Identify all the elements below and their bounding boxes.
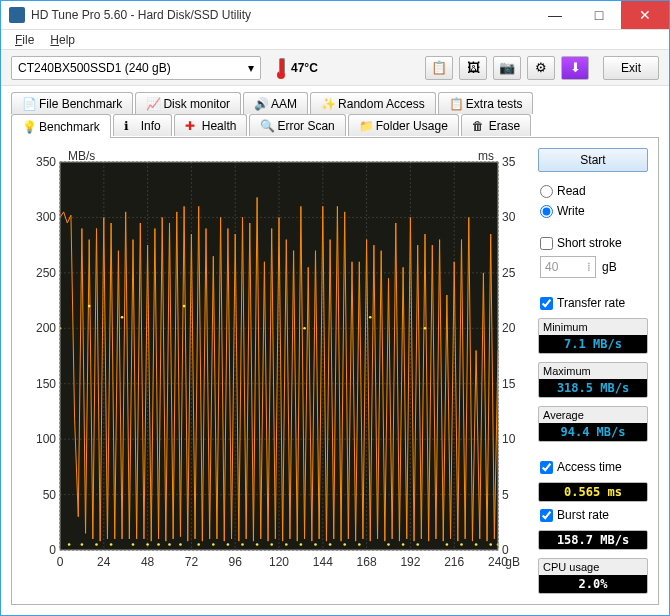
tab-disk-monitor[interactable]: 📈Disk monitor	[135, 92, 241, 114]
svg-point-75	[358, 543, 361, 546]
svg-point-73	[329, 543, 332, 546]
svg-text:20: 20	[502, 321, 516, 335]
svg-text:MB/s: MB/s	[68, 149, 95, 163]
tab-benchmark[interactable]: 💡Benchmark	[11, 114, 111, 138]
svg-text:10: 10	[502, 432, 516, 446]
screenshot-button[interactable]: 🖼	[459, 56, 487, 80]
tab-random-access[interactable]: ✨Random Access	[310, 92, 436, 114]
stat-average: Average 94.4 MB/s	[538, 406, 648, 442]
short-stroke-unit: gB	[602, 260, 617, 274]
svg-text:50: 50	[43, 488, 57, 502]
svg-text:120: 120	[269, 555, 289, 569]
svg-text:ms: ms	[478, 149, 494, 163]
burst-rate-check[interactable]: Burst rate	[540, 508, 648, 522]
svg-point-63	[197, 543, 200, 546]
short-stroke-input[interactable]: 40⁞	[540, 256, 596, 278]
drive-select-value: CT240BX500SSD1 (240 gB)	[18, 61, 171, 75]
close-button[interactable]: ✕	[621, 1, 669, 29]
stat-minimum: Minimum 7.1 MB/s	[538, 318, 648, 354]
svg-point-52	[81, 543, 84, 546]
menu-help[interactable]: Help	[44, 31, 81, 49]
tab-file-benchmark[interactable]: 📄File Benchmark	[11, 92, 133, 114]
svg-text:168: 168	[357, 555, 377, 569]
side-panel: Start Read Write Short stroke 40⁞ gB Tra…	[526, 148, 648, 594]
svg-point-74	[343, 543, 346, 546]
svg-text:24: 24	[97, 555, 111, 569]
app-window: HD Tune Pro 5.60 - Hard Disk/SSD Utility…	[0, 0, 670, 616]
camera-button[interactable]: 📷	[493, 56, 521, 80]
svg-point-53	[88, 305, 91, 308]
minimize-button[interactable]: —	[533, 1, 577, 29]
thermometer-icon	[275, 57, 287, 79]
short-stroke-check[interactable]: Short stroke	[540, 236, 648, 250]
folder-icon: 📁	[359, 119, 372, 132]
start-button[interactable]: Start	[538, 148, 648, 172]
read-radio[interactable]: Read	[540, 184, 648, 198]
svg-text:72: 72	[185, 555, 199, 569]
tab-row-bottom: 💡Benchmark ℹInfo ✚Health 🔍Error Scan 📁Fo…	[11, 114, 659, 137]
svg-point-84	[489, 543, 492, 546]
extra-icon: 📋	[449, 97, 462, 110]
health-icon: ✚	[185, 119, 198, 132]
svg-point-69	[285, 543, 288, 546]
svg-text:96: 96	[229, 555, 243, 569]
benchmark-icon: 💡	[22, 120, 35, 133]
svg-point-64	[212, 543, 215, 546]
tab-health[interactable]: ✚Health	[174, 114, 248, 136]
tab-error-scan[interactable]: 🔍Error Scan	[249, 114, 345, 136]
exit-button[interactable]: Exit	[603, 56, 659, 80]
svg-text:48: 48	[141, 555, 155, 569]
svg-point-54	[95, 543, 98, 546]
copy-info-button[interactable]: 📋	[425, 56, 453, 80]
access-time-check[interactable]: Access time	[540, 460, 648, 474]
tab-content: 0244872961201441681922162400501001502002…	[11, 137, 659, 605]
svg-point-72	[314, 543, 317, 546]
temperature-value: 47°C	[291, 61, 318, 75]
svg-text:150: 150	[36, 377, 56, 391]
tabs-area: 📄File Benchmark 📈Disk monitor 🔊AAM ✨Rand…	[1, 86, 669, 137]
svg-text:200: 200	[36, 321, 56, 335]
svg-point-71	[303, 327, 306, 330]
save-button[interactable]: ⬇	[561, 56, 589, 80]
svg-point-68	[270, 543, 273, 546]
stat-cpu-usage: CPU usage 2.0%	[538, 558, 648, 594]
svg-point-59	[157, 543, 160, 546]
tab-extra-tests[interactable]: 📋Extra tests	[438, 92, 534, 114]
svg-text:35: 35	[502, 155, 516, 169]
svg-point-58	[146, 543, 149, 546]
svg-text:350: 350	[36, 155, 56, 169]
svg-point-60	[168, 543, 171, 546]
svg-point-67	[256, 543, 259, 546]
svg-text:gB: gB	[505, 555, 520, 569]
svg-text:144: 144	[313, 555, 333, 569]
toolbar: CT240BX500SSD1 (240 gB) ▾ 47°C 📋 🖼 📷 ⚙ ⬇…	[1, 49, 669, 86]
chevron-down-icon: ▾	[248, 61, 254, 75]
tab-erase[interactable]: 🗑Erase	[461, 114, 531, 136]
svg-point-81	[446, 543, 449, 546]
svg-point-70	[300, 543, 303, 546]
svg-point-55	[110, 543, 113, 546]
tab-row-top: 📄File Benchmark 📈Disk monitor 🔊AAM ✨Rand…	[11, 92, 659, 114]
svg-point-56	[121, 316, 124, 319]
svg-text:15: 15	[502, 377, 516, 391]
options-button[interactable]: ⚙	[527, 56, 555, 80]
tab-aam[interactable]: 🔊AAM	[243, 92, 308, 114]
svg-text:300: 300	[36, 210, 56, 224]
menubar: File Help	[1, 30, 669, 49]
write-radio[interactable]: Write	[540, 204, 648, 218]
file-benchmark-icon: 📄	[22, 97, 35, 110]
tab-folder-usage[interactable]: 📁Folder Usage	[348, 114, 459, 136]
drive-select[interactable]: CT240BX500SSD1 (240 gB) ▾	[11, 56, 261, 80]
menu-file[interactable]: File	[9, 31, 40, 49]
tab-info[interactable]: ℹInfo	[113, 114, 172, 136]
maximize-button[interactable]: □	[577, 1, 621, 29]
svg-text:100: 100	[36, 432, 56, 446]
benchmark-chart: 0244872961201441681922162400501001502002…	[22, 148, 526, 574]
svg-point-62	[183, 305, 186, 308]
svg-point-80	[424, 327, 427, 330]
transfer-rate-check[interactable]: Transfer rate	[540, 296, 648, 310]
stat-maximum: Maximum 318.5 MB/s	[538, 362, 648, 398]
svg-point-61	[179, 543, 182, 546]
svg-point-77	[387, 543, 390, 546]
speaker-icon: 🔊	[254, 97, 267, 110]
